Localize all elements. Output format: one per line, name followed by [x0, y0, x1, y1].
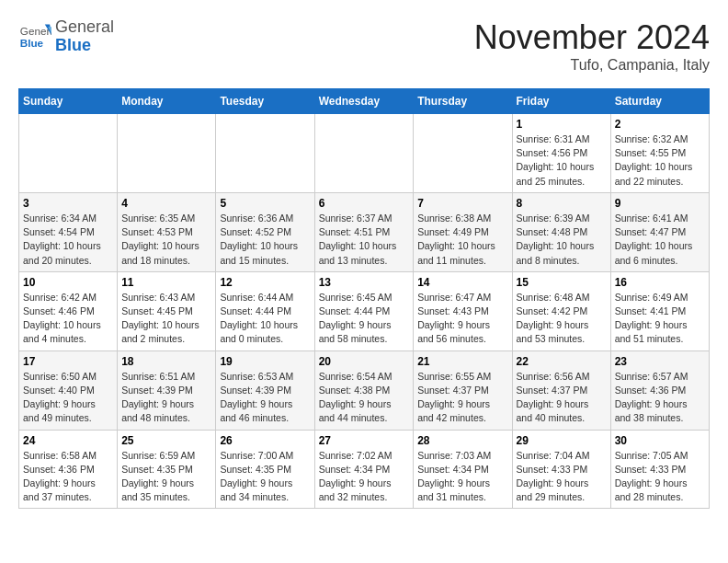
day-number: 6	[319, 197, 410, 210]
day-cell: 8Sunrise: 6:39 AM Sunset: 4:48 PM Daylig…	[512, 192, 610, 271]
weekday-header-sunday: Sunday	[19, 89, 118, 114]
day-info: Sunrise: 6:38 AM Sunset: 4:49 PM Dayligh…	[417, 212, 507, 268]
day-cell: 30Sunrise: 7:05 AM Sunset: 4:33 PM Dayli…	[610, 430, 709, 509]
day-number: 7	[417, 197, 507, 210]
day-info: Sunrise: 6:47 AM Sunset: 4:43 PM Dayligh…	[417, 291, 507, 347]
day-cell: 27Sunrise: 7:02 AM Sunset: 4:34 PM Dayli…	[314, 430, 414, 509]
day-number: 23	[615, 355, 705, 368]
day-info: Sunrise: 6:49 AM Sunset: 4:41 PM Dayligh…	[615, 291, 705, 347]
day-info: Sunrise: 7:00 AM Sunset: 4:35 PM Dayligh…	[220, 449, 310, 505]
day-info: Sunrise: 6:44 AM Sunset: 4:44 PM Dayligh…	[220, 291, 310, 347]
day-number: 20	[319, 355, 410, 368]
day-info: Sunrise: 6:51 AM Sunset: 4:39 PM Dayligh…	[121, 370, 211, 426]
day-info: Sunrise: 6:43 AM Sunset: 4:45 PM Dayligh…	[121, 291, 211, 347]
day-cell: 18Sunrise: 6:51 AM Sunset: 4:39 PM Dayli…	[118, 350, 216, 430]
day-cell: 10Sunrise: 6:42 AM Sunset: 4:46 PM Dayli…	[19, 271, 118, 350]
day-cell: 9Sunrise: 6:41 AM Sunset: 4:47 PM Daylig…	[610, 192, 709, 271]
svg-text:Blue: Blue	[20, 37, 44, 49]
day-cell: 19Sunrise: 6:53 AM Sunset: 4:39 PM Dayli…	[216, 350, 314, 430]
day-cell: 16Sunrise: 6:49 AM Sunset: 4:41 PM Dayli…	[610, 271, 709, 350]
month-title: November 2024	[474, 18, 710, 57]
day-number: 11	[121, 276, 211, 289]
day-info: Sunrise: 6:36 AM Sunset: 4:52 PM Dayligh…	[220, 212, 310, 268]
day-cell: 7Sunrise: 6:38 AM Sunset: 4:49 PM Daylig…	[414, 192, 512, 271]
day-info: Sunrise: 6:53 AM Sunset: 4:39 PM Dayligh…	[220, 370, 310, 426]
weekday-header-friday: Friday	[512, 89, 610, 114]
day-number: 10	[23, 276, 113, 289]
weekday-header-saturday: Saturday	[610, 89, 709, 114]
logo-general-text: General	[55, 17, 114, 36]
day-number: 30	[615, 434, 705, 447]
day-cell: 29Sunrise: 7:04 AM Sunset: 4:33 PM Dayli…	[512, 430, 610, 509]
day-number: 13	[319, 276, 410, 289]
day-number: 9	[615, 197, 705, 210]
day-info: Sunrise: 6:48 AM Sunset: 4:42 PM Dayligh…	[517, 291, 607, 347]
day-info: Sunrise: 6:50 AM Sunset: 4:40 PM Dayligh…	[23, 370, 113, 426]
day-number: 8	[517, 197, 607, 210]
day-number: 4	[121, 197, 211, 210]
day-cell: 5Sunrise: 6:36 AM Sunset: 4:52 PM Daylig…	[216, 192, 314, 271]
day-info: Sunrise: 7:04 AM Sunset: 4:33 PM Dayligh…	[517, 449, 607, 505]
day-cell: 2Sunrise: 6:32 AM Sunset: 4:55 PM Daylig…	[610, 114, 709, 193]
day-info: Sunrise: 7:03 AM Sunset: 4:34 PM Dayligh…	[417, 449, 507, 505]
day-number: 16	[615, 276, 705, 289]
day-cell: 21Sunrise: 6:55 AM Sunset: 4:37 PM Dayli…	[414, 350, 512, 430]
day-info: Sunrise: 6:32 AM Sunset: 4:55 PM Dayligh…	[615, 132, 705, 189]
day-number: 17	[23, 355, 113, 368]
day-cell: 28Sunrise: 7:03 AM Sunset: 4:34 PM Dayli…	[414, 430, 512, 509]
day-number: 12	[220, 276, 310, 289]
day-cell	[216, 114, 314, 193]
day-cell: 22Sunrise: 6:56 AM Sunset: 4:37 PM Dayli…	[512, 350, 610, 430]
day-number: 2	[615, 118, 705, 131]
day-number: 24	[23, 434, 113, 447]
day-info: Sunrise: 6:54 AM Sunset: 4:38 PM Dayligh…	[319, 370, 410, 426]
week-row-1: 1Sunrise: 6:31 AM Sunset: 4:56 PM Daylig…	[19, 114, 710, 193]
day-cell	[118, 114, 216, 193]
week-row-3: 10Sunrise: 6:42 AM Sunset: 4:46 PM Dayli…	[19, 271, 710, 350]
weekday-header-thursday: Thursday	[414, 89, 512, 114]
day-info: Sunrise: 6:31 AM Sunset: 4:56 PM Dayligh…	[517, 132, 607, 189]
day-info: Sunrise: 6:42 AM Sunset: 4:46 PM Dayligh…	[23, 291, 113, 347]
day-cell: 4Sunrise: 6:35 AM Sunset: 4:53 PM Daylig…	[118, 192, 216, 271]
day-cell: 3Sunrise: 6:34 AM Sunset: 4:54 PM Daylig…	[19, 192, 118, 271]
weekday-header-wednesday: Wednesday	[314, 89, 414, 114]
day-info: Sunrise: 6:35 AM Sunset: 4:53 PM Dayligh…	[121, 212, 211, 268]
day-info: Sunrise: 7:05 AM Sunset: 4:33 PM Dayligh…	[615, 449, 705, 505]
logo-blue-text: Blue	[55, 36, 91, 54]
day-number: 21	[417, 355, 507, 368]
day-cell: 17Sunrise: 6:50 AM Sunset: 4:40 PM Dayli…	[19, 350, 118, 430]
day-info: Sunrise: 6:41 AM Sunset: 4:47 PM Dayligh…	[615, 212, 705, 268]
day-cell: 14Sunrise: 6:47 AM Sunset: 4:43 PM Dayli…	[414, 271, 512, 350]
day-info: Sunrise: 6:34 AM Sunset: 4:54 PM Dayligh…	[23, 212, 113, 268]
title-area: November 2024 Tufo, Campania, Italy	[474, 18, 710, 74]
day-number: 27	[319, 434, 410, 447]
day-number: 26	[220, 434, 310, 447]
day-info: Sunrise: 6:37 AM Sunset: 4:51 PM Dayligh…	[319, 212, 410, 268]
day-cell: 23Sunrise: 6:57 AM Sunset: 4:36 PM Dayli…	[610, 350, 709, 430]
day-cell: 1Sunrise: 6:31 AM Sunset: 4:56 PM Daylig…	[512, 114, 610, 193]
header: General Blue General Blue November 2024 …	[18, 18, 710, 74]
day-number: 3	[23, 197, 113, 210]
day-cell	[314, 114, 414, 193]
day-number: 14	[417, 276, 507, 289]
day-cell: 6Sunrise: 6:37 AM Sunset: 4:51 PM Daylig…	[314, 192, 414, 271]
day-number: 25	[121, 434, 211, 447]
day-number: 1	[517, 118, 607, 131]
day-cell: 12Sunrise: 6:44 AM Sunset: 4:44 PM Dayli…	[216, 271, 314, 350]
day-number: 29	[517, 434, 607, 447]
day-number: 18	[121, 355, 211, 368]
day-cell	[19, 114, 118, 193]
logo-icon: General Blue	[18, 20, 51, 53]
day-number: 22	[517, 355, 607, 368]
week-row-4: 17Sunrise: 6:50 AM Sunset: 4:40 PM Dayli…	[19, 350, 710, 430]
weekday-header-tuesday: Tuesday	[216, 89, 314, 114]
day-cell: 15Sunrise: 6:48 AM Sunset: 4:42 PM Dayli…	[512, 271, 610, 350]
day-info: Sunrise: 6:57 AM Sunset: 4:36 PM Dayligh…	[615, 370, 705, 426]
day-cell	[414, 114, 512, 193]
day-cell: 20Sunrise: 6:54 AM Sunset: 4:38 PM Dayli…	[314, 350, 414, 430]
day-info: Sunrise: 6:45 AM Sunset: 4:44 PM Dayligh…	[319, 291, 410, 347]
day-number: 5	[220, 197, 310, 210]
day-cell: 11Sunrise: 6:43 AM Sunset: 4:45 PM Dayli…	[118, 271, 216, 350]
day-info: Sunrise: 6:55 AM Sunset: 4:37 PM Dayligh…	[417, 370, 507, 426]
week-row-5: 24Sunrise: 6:58 AM Sunset: 4:36 PM Dayli…	[19, 430, 710, 509]
